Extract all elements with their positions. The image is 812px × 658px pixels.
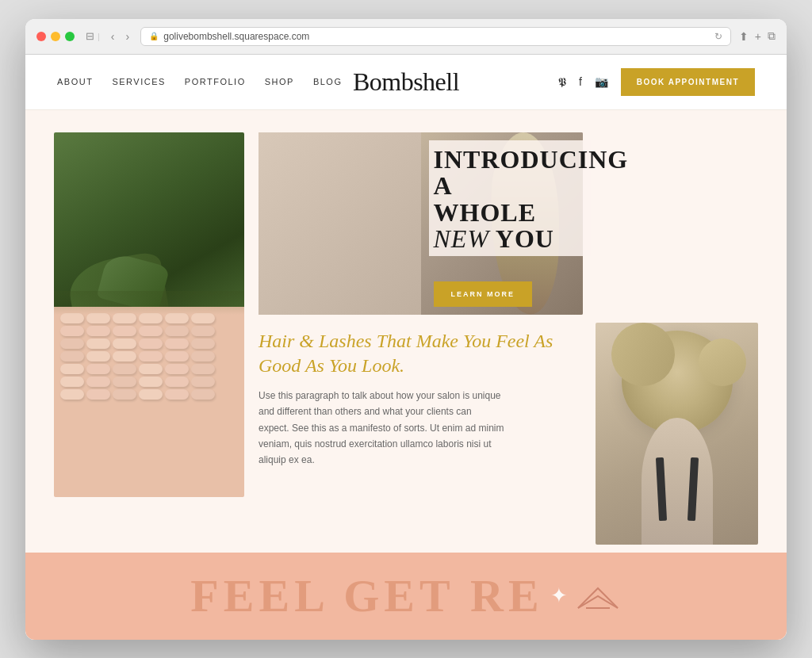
main-nav: ABOUT SERVICES PORTFOLIO SHOP BLOG Bombs… [25, 55, 787, 110]
hero-left-image [54, 132, 244, 497]
star-icon: ✦ [550, 583, 568, 608]
intro-text-line1: INTRODUCING A [434, 145, 629, 201]
forward-button[interactable]: › [123, 29, 133, 44]
browser-actions: ⬆ + ⧉ [739, 29, 776, 43]
browser-window: ⊟ | ‹ › 🔒 golivebombshell.squarespace.co… [25, 19, 787, 640]
bottom-strip: FEEL GET RE ✦ [25, 553, 787, 640]
minimize-button[interactable] [51, 32, 60, 41]
traffic-lights [36, 32, 75, 41]
book-icon [574, 580, 622, 612]
window-controls: ⊟ | [86, 30, 100, 42]
share-button[interactable]: ⬆ [739, 29, 749, 43]
book-appointment-button[interactable]: BOOK APPOINTMENT [621, 68, 755, 96]
tab-overview-button[interactable]: ⧉ [768, 29, 776, 43]
address-bar[interactable]: 🔒 golivebombshell.squarespace.com ↻ [140, 27, 731, 46]
pill-grid [54, 307, 244, 496]
hero-right-area: INTRODUCING A WHOLE NEW YOU LEARN MORE H… [259, 132, 758, 545]
updo-photo [596, 323, 758, 545]
brand-name: Bombshell [353, 67, 459, 96]
nav-shop[interactable]: SHOP [265, 77, 294, 86]
tagline: Hair & Lashes That Make You Feel As Good… [259, 329, 583, 378]
nav-about[interactable]: ABOUT [57, 77, 93, 86]
hero-center-column: INTRODUCING A WHOLE NEW YOU LEARN MORE H… [259, 132, 583, 545]
learn-more-button[interactable]: LEARN MORE [434, 281, 533, 307]
back-button[interactable]: ‹ [108, 29, 118, 44]
browser-chrome: ⊟ | ‹ › 🔒 golivebombshell.squarespace.co… [25, 19, 787, 55]
sidebar-toggle-icon[interactable]: ⊟ [86, 30, 94, 42]
nav-right: 𝕻 f 📷 BOOK APPOINTMENT [558, 68, 755, 96]
nav-portfolio[interactable]: PORTFOLIO [185, 77, 246, 86]
url-text: golivebombshell.squarespace.com [163, 31, 309, 42]
intro-text-line3: YOU [489, 224, 554, 253]
bottom-text: FEEL GET RE [190, 569, 543, 622]
hero-section: INTRODUCING A WHOLE NEW YOU LEARN MORE H… [25, 110, 787, 545]
intro-heading-container: INTRODUCING A WHOLE NEW YOU LEARN MORE [429, 140, 592, 307]
facebook-icon[interactable]: f [579, 75, 582, 88]
new-tab-button[interactable]: + [755, 29, 761, 43]
intro-text-line2: WHOLE NEW YOU [434, 198, 554, 254]
intro-italic: NEW [434, 224, 490, 253]
nav-blog[interactable]: BLOG [313, 77, 343, 86]
reload-icon[interactable]: ↻ [714, 31, 722, 42]
instagram-icon[interactable]: 📷 [595, 75, 608, 88]
nav-services[interactable]: SERVICES [112, 77, 165, 86]
maximize-button[interactable] [65, 32, 75, 41]
brand-logo[interactable]: Bombshell [353, 67, 459, 97]
body-text: Use this paragraph to talk about how you… [259, 388, 504, 469]
nav-left: ABOUT SERVICES PORTFOLIO SHOP BLOG [57, 77, 342, 86]
hero-text-content: Hair & Lashes That Make You Feel As Good… [259, 329, 583, 469]
nav-buttons: ‹ › [108, 29, 132, 44]
close-button[interactable] [36, 32, 46, 41]
website-content: ABOUT SERVICES PORTFOLIO SHOP BLOG Bombs… [25, 55, 787, 640]
hero-photo-container: INTRODUCING A WHOLE NEW YOU LEARN MORE [259, 132, 583, 315]
lock-icon: 🔒 [149, 32, 159, 40]
pinterest-icon[interactable]: 𝕻 [558, 75, 566, 89]
